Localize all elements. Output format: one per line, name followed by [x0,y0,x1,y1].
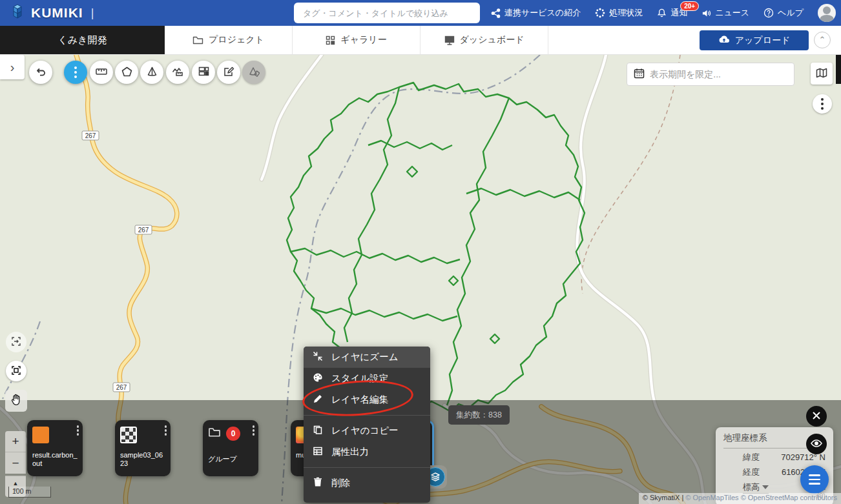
upload-button[interactable]: アップロード [700,30,809,50]
attribution-secondary[interactable]: © OpenMapTiles © OpenStreetMap contribut… [685,494,837,501]
brand-separator: | [91,6,94,20]
calendar-icon [634,68,645,81]
pencil-icon [313,394,323,406]
focus-selection-button[interactable] [6,361,26,381]
latitude-row: 緯度 7029712° N [723,452,825,463]
layer-name: sample03_0623 [120,451,165,468]
extent-arrows-icon [11,336,21,348]
arrow-up-icon [13,480,19,487]
layout-tool-button[interactable] [192,61,215,84]
elevation-profile-tool-button[interactable] [166,61,189,84]
folder-icon [208,427,221,440]
card-menu-button[interactable] [165,425,167,436]
zoom-in-button[interactable] [5,431,26,452]
user-avatar[interactable] [818,4,836,22]
kumiki-cube-icon [9,3,26,23]
menu-item-zoom-to-layer[interactable]: レイヤにズーム [304,347,430,368]
brand-name: KUMIKI [31,5,83,21]
layer-name: result.carbon_out [32,451,78,468]
brand-logo[interactable]: KUMIKI | [0,3,100,23]
search-input[interactable] [294,3,480,23]
tab-gallery[interactable]: ギャラリー [293,26,420,54]
visibility-button[interactable] [806,434,827,454]
layer-card[interactable]: sample03_0623 [115,420,171,476]
zoom-to-layer-icon [313,351,323,363]
nav-item-services[interactable]: 連携サービスの紹介 [491,7,581,19]
menu-divider [304,467,430,468]
ruler-tool-button[interactable] [90,61,113,84]
volume-tool-button[interactable] [140,61,163,84]
app-header: KUMIKI | 連携サービスの紹介 [0,0,841,26]
layer-thumbnail [32,427,49,443]
layer-context-menu: レイヤにズーム スタイル設定 レイヤ名編集 [304,347,430,503]
share-icon [491,8,501,18]
help-icon [763,8,774,18]
workspace-tab-active[interactable]: くみき開発 [0,26,165,54]
copy-icon [313,425,323,437]
three-dots-icon [74,66,77,78]
nav-item-notifications[interactable]: 通知 20+ [657,7,687,19]
bell-icon [657,8,667,18]
card-menu-button[interactable] [253,425,255,436]
close-icon [812,411,821,422]
pentagon-icon [121,66,132,79]
basemap-style-button[interactable] [811,63,833,85]
undo-icon [35,66,47,79]
expand-sidebar-button[interactable] [0,55,25,79]
palette-icon [313,372,323,385]
notification-badge: 20+ [680,1,699,11]
focus-brackets-icon [11,365,21,378]
polygon-tool-button[interactable] [115,61,138,84]
edit-tool-button[interactable] [217,61,240,84]
pan-tool-button[interactable] [5,390,27,412]
tab-projects[interactable]: プロジェクト [165,26,293,54]
date-range-input[interactable] [650,69,787,79]
layer-card[interactable]: result.carbon_out [27,420,83,476]
collapse-chevron-button[interactable] [814,32,831,48]
map-canvas[interactable]: 267 267 267 [0,55,841,504]
nav-item-processing[interactable]: 処理状況 [595,7,643,19]
tab-dashboard[interactable]: ダッシュボード [420,26,548,54]
zoom-extent-button[interactable] [6,332,26,352]
gear-icon [595,8,605,18]
map-more-button[interactable] [813,94,832,114]
panel-menu-button[interactable] [800,465,829,494]
zoom-out-button[interactable] [5,452,26,474]
map-icon [816,68,827,80]
cone-ruler-icon [249,66,260,79]
svg-text:267: 267 [138,227,149,234]
svg-text:267: 267 [85,132,96,139]
chevron-down-icon [762,485,769,489]
elevation-dropdown[interactable]: 標高 [743,481,769,494]
undo-tool-button[interactable] [29,61,52,84]
aggregate-count-tooltip: 集約数：838 [448,405,510,425]
menu-divider [304,415,430,416]
cone-icon [147,66,158,79]
group-card[interactable]: 0 グループ [203,420,258,476]
scrollbar-thumb[interactable] [836,55,841,84]
hand-icon [10,394,22,408]
edit-square-icon [223,66,234,79]
nav-item-help[interactable]: ヘルプ [763,7,804,19]
mountain-ruler-icon [172,66,183,79]
header-nav: 連携サービスの紹介 処理状況 通知 20+ [491,0,836,26]
speaker-icon [701,8,711,18]
svg-text:267: 267 [116,384,127,391]
ruler-icon [96,68,107,77]
selected-tool-button[interactable] [64,61,87,84]
attribution-primary: © SkymatiX | [643,494,684,501]
monitor-icon [444,35,455,45]
menu-item-delete[interactable]: 削除 [304,472,430,494]
group-count-badge: 0 [226,427,240,441]
map-attribution: © SkymatiX | © OpenMapTiles © OpenStreet… [639,493,841,504]
card-menu-button[interactable] [77,425,79,436]
menu-item-style-settings[interactable]: スタイル設定 [304,368,430,389]
menu-item-copy-layer[interactable]: レイヤのコピー [304,420,430,441]
menu-item-rename-layer[interactable]: レイヤ名編集 [304,389,430,410]
menu-item-export-attributes[interactable]: 属性出力 [304,441,430,463]
cloud-upload-icon [718,35,730,46]
tiles-icon [198,66,209,78]
nav-item-news[interactable]: ニュース [701,7,749,19]
table-export-icon [313,446,323,458]
close-button[interactable] [806,406,827,427]
